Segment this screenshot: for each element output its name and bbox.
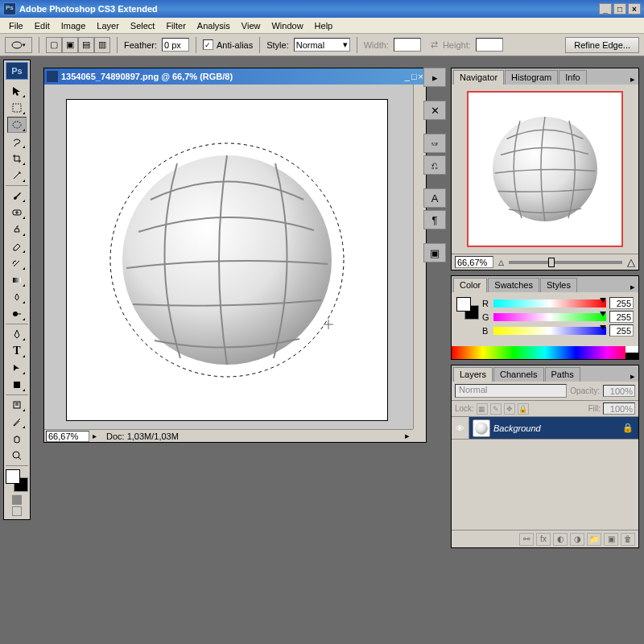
tab-styles[interactable]: Styles <box>540 278 577 292</box>
g-slider[interactable] <box>493 313 606 321</box>
horizontal-scrollbar[interactable]: ▸ Doc: 1,03M/1,03M ▸ <box>44 429 413 442</box>
dock-button-4[interactable]: ⎌ <box>423 155 446 175</box>
maximize-button[interactable]: □ <box>613 3 626 14</box>
eraser-tool[interactable] <box>7 238 27 254</box>
history-brush-tool[interactable] <box>7 255 27 271</box>
menu-image[interactable]: Image <box>56 19 92 32</box>
hand-tool[interactable] <box>7 431 27 447</box>
screenmode-button[interactable] <box>12 506 22 516</box>
clone-stamp-tool[interactable] <box>7 221 27 237</box>
navigator-proxy[interactable] <box>467 91 623 247</box>
notes-tool[interactable] <box>7 397 27 413</box>
eyedropper-tool[interactable] <box>7 414 27 430</box>
layer-name[interactable]: Background <box>493 423 617 433</box>
zoom-out-icon[interactable]: △ <box>498 258 504 266</box>
r-value-input[interactable] <box>609 297 634 309</box>
brush-tool[interactable] <box>7 188 27 204</box>
dock-button-6[interactable]: ¶ <box>423 210 446 229</box>
tab-layers[interactable]: Layers <box>453 367 493 382</box>
menu-help[interactable]: Help <box>309 19 339 32</box>
color-swatches[interactable] <box>6 469 28 492</box>
doc-minimize-button[interactable]: _ <box>405 72 410 81</box>
antialias-checkbox[interactable]: ✓ <box>203 39 213 50</box>
feather-input[interactable] <box>162 38 189 52</box>
menu-analysis[interactable]: Analysis <box>192 19 236 32</box>
style-select[interactable]: Normal▾ <box>294 38 350 52</box>
gradient-tool[interactable] <box>7 272 27 288</box>
tab-swatches[interactable]: Swatches <box>488 278 539 292</box>
dock-button-2[interactable]: ✕ <box>423 101 446 120</box>
tab-color[interactable]: Color <box>453 278 487 292</box>
menu-view[interactable]: View <box>236 19 266 32</box>
lock-image-icon[interactable]: ✎ <box>490 403 502 415</box>
tab-histogram[interactable]: Histogram <box>505 70 558 85</box>
add-selection-button[interactable]: ▣ <box>62 37 78 53</box>
menu-file[interactable]: File <box>3 19 29 32</box>
new-group-icon[interactable]: 📁 <box>587 533 601 546</box>
zoom-tool[interactable] <box>7 448 27 464</box>
healing-tool[interactable] <box>7 204 27 221</box>
delete-layer-icon[interactable]: 🗑 <box>621 533 635 546</box>
tab-channels[interactable]: Channels <box>493 367 543 382</box>
color-fg-bg-picker[interactable] <box>456 297 479 320</box>
layer-fx-icon[interactable]: fx <box>536 533 551 546</box>
r-slider[interactable] <box>493 299 606 308</box>
slice-tool[interactable] <box>7 167 27 184</box>
opacity-input[interactable] <box>603 385 635 397</box>
dock-button-3[interactable]: ⎃ <box>423 134 446 153</box>
type-tool[interactable]: T <box>7 343 27 359</box>
tab-paths[interactable]: Paths <box>545 367 580 382</box>
foreground-color[interactable] <box>6 469 20 484</box>
blend-mode-select[interactable]: Normal <box>455 384 567 398</box>
dock-button-5[interactable]: A <box>423 188 446 208</box>
link-layers-icon[interactable]: ⚯ <box>519 533 534 546</box>
layer-row[interactable]: 👁 Background 🔒 <box>452 417 638 440</box>
close-button[interactable]: × <box>628 3 641 14</box>
minimize-button[interactable]: _ <box>599 3 612 14</box>
menu-edit[interactable]: Edit <box>29 19 56 32</box>
move-tool[interactable] <box>7 83 27 99</box>
b-value-input[interactable] <box>609 324 634 336</box>
refine-edge-button[interactable]: Refine Edge... <box>565 37 639 53</box>
zoom-input[interactable] <box>46 431 89 442</box>
menu-layer[interactable]: Layer <box>91 19 125 32</box>
menu-filter[interactable]: Filter <box>160 19 191 32</box>
layer-thumbnail[interactable] <box>473 419 490 437</box>
menu-select[interactable]: Select <box>125 19 161 32</box>
dock-button-1[interactable]: ▸ <box>423 68 446 87</box>
menu-window[interactable]: Window <box>266 19 308 32</box>
navigator-zoom-slider[interactable] <box>509 261 622 264</box>
adjustment-layer-icon[interactable]: ◑ <box>570 533 584 546</box>
quickmask-button[interactable] <box>12 495 22 505</box>
dock-button-7[interactable]: ▣ <box>423 243 446 262</box>
layer-visibility-icon[interactable]: 👁 <box>452 417 469 439</box>
rect-marquee-tool[interactable] <box>7 100 27 116</box>
shape-tool[interactable] <box>7 377 27 393</box>
tab-navigator[interactable]: Navigator <box>453 70 504 85</box>
new-layer-icon[interactable]: ▣ <box>604 533 618 546</box>
color-ramp[interactable] <box>452 346 638 359</box>
lock-transparent-icon[interactable]: ▦ <box>477 403 488 415</box>
blur-tool[interactable] <box>7 289 27 305</box>
path-selection-tool[interactable] <box>7 360 27 376</box>
lock-position-icon[interactable]: ✥ <box>504 403 515 415</box>
zoom-in-icon[interactable]: △ <box>627 256 635 268</box>
g-value-input[interactable] <box>609 311 634 323</box>
canvas[interactable] <box>66 99 388 421</box>
elliptical-marquee-tool[interactable] <box>7 117 27 133</box>
pen-tool[interactable] <box>7 326 27 342</box>
lasso-tool[interactable] <box>7 134 27 150</box>
layer-mask-icon[interactable]: ◐ <box>553 533 568 546</box>
new-selection-button[interactable]: ▢ <box>46 37 62 53</box>
panel-menu-icon[interactable]: ▸ <box>627 74 638 85</box>
panel-menu-icon[interactable]: ▸ <box>627 282 638 292</box>
tool-preset-picker[interactable]: ▾ <box>5 37 32 53</box>
fill-input[interactable] <box>603 402 635 415</box>
dodge-tool[interactable] <box>7 306 27 322</box>
navigator-zoom-input[interactable] <box>455 256 493 268</box>
subtract-selection-button[interactable]: ▤ <box>78 37 94 53</box>
crop-tool[interactable] <box>7 151 27 167</box>
intersect-selection-button[interactable]: ▥ <box>94 37 110 53</box>
doc-maximize-button[interactable]: □ <box>411 72 417 81</box>
b-slider[interactable] <box>493 327 606 335</box>
